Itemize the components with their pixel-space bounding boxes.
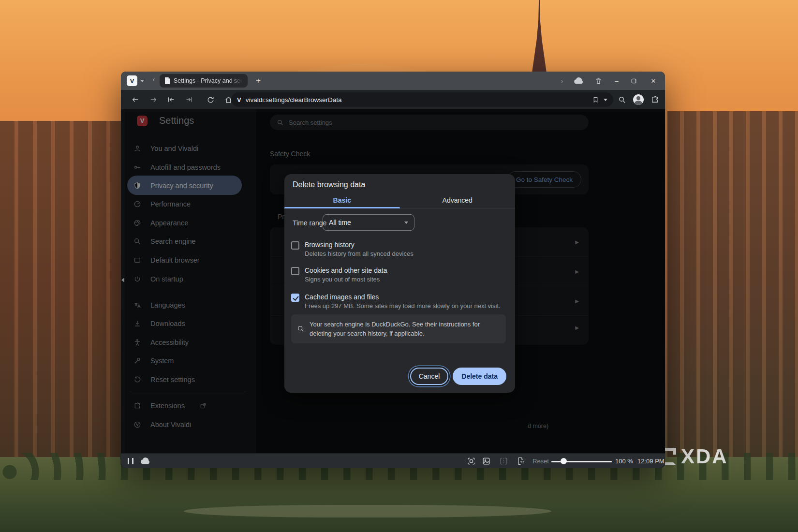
cached-images-checkbox[interactable]	[291, 294, 299, 302]
page-icon	[164, 77, 170, 84]
minimize-button[interactable]: –	[613, 77, 621, 85]
bookmark-caret-icon[interactable]	[604, 99, 607, 101]
checkbox-description: Deletes history from all synced devices	[305, 250, 414, 257]
tab-basic[interactable]: Basic	[284, 193, 400, 208]
tab-settings[interactable]: Settings - Privacy and secur	[160, 74, 248, 88]
search-icon	[297, 325, 305, 333]
toolbar-overflow-icon[interactable]: ›	[561, 77, 563, 85]
address-bar[interactable]: V vivaldi:settings/clearBrowserData	[231, 92, 613, 107]
delete-browsing-data-dialog: Delete browsing data Basic Advanced Time…	[284, 174, 515, 393]
forward-icon[interactable]	[147, 93, 160, 106]
time-range-value: All time	[329, 219, 351, 226]
close-button[interactable]: ✕	[650, 77, 657, 85]
wallpaper-buildings-right	[667, 111, 798, 469]
wallpaper-buildings-left	[0, 121, 122, 488]
page-actions-icon[interactable]	[516, 457, 525, 466]
bookmark-icon[interactable]	[592, 96, 599, 103]
xda-logo-text: XDA	[681, 448, 728, 465]
time-range-label: Time range	[293, 219, 326, 227]
new-tab-button[interactable]: +	[252, 74, 264, 87]
checkbox-description: Frees up 297 MB. Some sites may load mor…	[305, 302, 501, 310]
delete-data-button[interactable]: Delete data	[453, 368, 506, 385]
reload-icon[interactable]	[204, 93, 217, 106]
checkbox-label: Cached images and files	[305, 293, 379, 301]
navigation-bar: V vivaldi:settings/clearBrowserData	[121, 90, 665, 109]
status-bar: Reset 100 % 12:09 PM	[121, 453, 665, 468]
chevron-down-icon[interactable]	[140, 80, 144, 82]
desktop: XDA V ‹ Settings - Privacy and secur + ›…	[0, 0, 798, 532]
tiling-icon[interactable]	[499, 457, 508, 466]
url-text[interactable]: vivaldi:settings/clearBrowserData	[246, 96, 592, 103]
browsing-history-checkbox[interactable]	[291, 241, 299, 250]
maximize-button[interactable]	[631, 78, 639, 84]
cancel-button[interactable]: Cancel	[410, 368, 449, 385]
zoom-reset-button[interactable]: Reset	[532, 458, 549, 465]
sync-cloud-icon[interactable]	[140, 457, 151, 465]
images-toggle-icon[interactable]	[482, 457, 491, 466]
vivaldi-menu-button[interactable]: V	[127, 75, 137, 86]
tab-advanced[interactable]: Advanced	[400, 193, 516, 208]
pause-icon[interactable]	[128, 458, 133, 464]
wallpaper-path	[184, 505, 551, 517]
fast-forward-icon[interactable]	[182, 93, 196, 106]
xda-watermark: XDA	[659, 448, 728, 465]
tab-title: Settings - Privacy and secur	[174, 77, 243, 84]
search-icon[interactable]	[618, 96, 626, 104]
dialog-title: Delete browsing data	[293, 180, 365, 189]
sync-cloud-icon[interactable]	[574, 77, 584, 85]
note-text: Your search engine is DuckDuckGo. See th…	[310, 320, 500, 338]
browser-window: V ‹ Settings - Privacy and secur + › – ✕	[121, 72, 665, 468]
profile-avatar[interactable]	[633, 94, 644, 105]
tab-scroll-left-icon[interactable]: ‹	[149, 75, 159, 83]
back-icon[interactable]	[129, 93, 142, 106]
search-engine-note: Your search engine is DuckDuckGo. See th…	[291, 314, 506, 343]
checkbox-description: Signs you out of most sites	[305, 276, 380, 283]
chevron-down-icon	[404, 222, 408, 224]
tab-bar: V ‹ Settings - Privacy and secur + › – ✕	[121, 72, 665, 90]
capture-icon[interactable]	[467, 457, 476, 466]
cookies-checkbox[interactable]	[291, 267, 299, 275]
checkbox-label: Cookies and other site data	[305, 266, 387, 274]
vivaldi-favicon: V	[237, 96, 241, 103]
checkbox-label: Browsing history	[305, 241, 355, 249]
dialog-tabs: Basic Advanced	[284, 193, 515, 208]
rewind-icon[interactable]	[164, 93, 178, 106]
clock: 12:09 PM	[637, 458, 665, 465]
zoom-level: 100 %	[615, 458, 633, 465]
time-range-select[interactable]: All time	[323, 214, 414, 231]
extensions-puzzle-icon[interactable]	[650, 95, 659, 104]
zoom-slider-knob[interactable]	[561, 458, 567, 464]
trash-icon[interactable]	[595, 77, 602, 85]
